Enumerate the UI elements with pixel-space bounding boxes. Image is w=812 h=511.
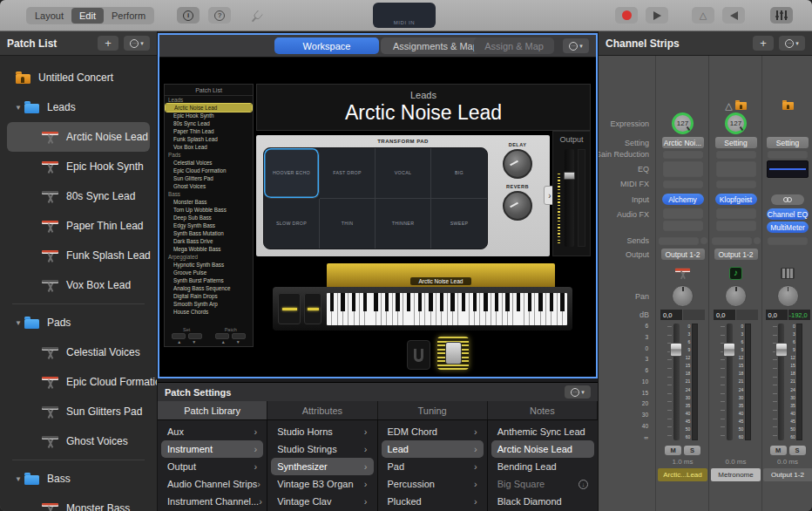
output-fader[interactable] [565, 149, 574, 247]
library-item[interactable]: Black Diamond [491, 493, 594, 510]
mini-item[interactable]: Hypnotic Synth Bass [165, 261, 253, 269]
library-item-selected[interactable]: Arctic Noise Lead [491, 440, 594, 458]
patch-row[interactable]: Funk Splash Lead [7, 241, 150, 270]
transform-pad-cell[interactable]: THINNER [376, 199, 431, 249]
mode-perform[interactable]: Perform [104, 8, 153, 24]
reverb-knob[interactable] [503, 191, 532, 221]
library-item[interactable]: Audio Channel Strips› [161, 475, 263, 493]
library-item-downloadable[interactable]: Big Square↓ [491, 475, 594, 493]
chevron-down-icon[interactable]: ▼ [12, 475, 24, 483]
transform-pad-cell[interactable]: FAST DROP [320, 148, 376, 199]
tab-tuning[interactable]: Tuning [378, 401, 488, 419]
mini-item-selected[interactable]: Arctic Noise Lead [166, 104, 252, 112]
mode-edit[interactable]: Edit [71, 8, 104, 24]
patch-row[interactable]: Monster Bass [7, 494, 150, 511]
midi-fx-slot[interactable] [716, 181, 756, 188]
transform-pad-cell[interactable]: SWEEP [431, 199, 487, 249]
channel-fader[interactable]: 03691215182124303540455060 [762, 324, 812, 440]
info-button[interactable]: i [177, 7, 200, 24]
output-routing-button[interactable]: Output 1-2 [661, 249, 705, 260]
up-arrow-icon[interactable]: ▲ [177, 340, 181, 344]
sustain-pedal[interactable] [407, 340, 430, 370]
mini-item[interactable]: Funk Splash Lead [165, 135, 253, 143]
library-item[interactable]: Vintage Clav› [271, 493, 373, 510]
fader-db-value[interactable]: 0,0 [660, 310, 682, 320]
expression-pedal-active[interactable] [437, 337, 469, 370]
setting-button[interactable]: Arctic Noi... [662, 137, 704, 148]
library-item[interactable]: Plucked› [382, 493, 484, 510]
download-icon[interactable]: ↓ [579, 480, 588, 489]
tuner-button[interactable] [247, 7, 269, 24]
patch-row[interactable]: Ghost Voices [7, 426, 150, 456]
send-slot[interactable] [659, 237, 699, 245]
patch-row[interactable]: 80s Sync Lead [7, 181, 150, 211]
audio-fx-plugin-button[interactable]: Channel EQ [767, 208, 809, 220]
send-slot[interactable] [768, 237, 808, 245]
mini-item[interactable]: 80s Sync Lead [165, 119, 253, 127]
channel-fader[interactable]: 03691215182124303540455060 [709, 324, 762, 440]
set-row-bass[interactable]: ▼Bass [7, 464, 150, 494]
assign-map-button[interactable]: Assign & Map [474, 37, 554, 54]
transform-pad-cell[interactable]: SLOW DROP [264, 199, 320, 249]
patch-row[interactable]: Epic Cloud Formation [7, 367, 150, 397]
library-item[interactable]: Studio Horns› [271, 423, 373, 440]
send-knob[interactable] [700, 237, 707, 244]
fader-track[interactable] [778, 324, 784, 440]
mini-item[interactable]: Epic Hook Synth [165, 112, 253, 119]
library-item-selected[interactable]: Instrument› [161, 440, 263, 458]
mini-item[interactable]: Celestial Voices [165, 159, 253, 167]
mini-item[interactable]: Torn Up Wobble Bass [165, 206, 253, 214]
patch-row[interactable]: Paper Thin Lead [7, 211, 150, 241]
mini-item[interactable]: Epic Cloud Formation [165, 167, 253, 174]
mini-item[interactable]: Deep Sub Bass [165, 214, 253, 221]
send-slot[interactable] [712, 237, 752, 245]
mini-item[interactable]: Synth Bass Mutation [165, 229, 253, 237]
instrument-plugin-button[interactable]: Alchemy [662, 194, 704, 205]
tab-patch-library[interactable]: Patch Library [158, 401, 267, 419]
patch-plus-button[interactable] [232, 333, 246, 339]
patch-settings-action-menu[interactable]: ...▾ [565, 385, 591, 399]
library-item[interactable]: Bending Lead [491, 458, 594, 475]
fader-cap[interactable] [670, 343, 682, 357]
expression-knob[interactable]: 127 [672, 112, 694, 134]
add-channel-strip-button[interactable]: + [753, 36, 774, 51]
library-item[interactable]: Anthemic Sync Lead [491, 423, 594, 440]
play-button[interactable] [646, 7, 668, 24]
pan-knob[interactable] [672, 285, 694, 307]
mod-wheel[interactable] [304, 293, 321, 324]
library-item[interactable]: Vintage B3 Organ› [271, 475, 373, 493]
chevron-down-icon[interactable]: ▼ [12, 104, 24, 112]
channel-nameplate[interactable]: Output 1-2 [763, 468, 812, 481]
delay-knob[interactable] [503, 149, 532, 179]
mini-item[interactable]: Ghost Voices [165, 182, 253, 190]
audio-fx-slot[interactable] [716, 208, 756, 219]
mini-item[interactable]: Digital Rain Drops [165, 292, 253, 300]
mini-item[interactable]: Smooth Synth Arp [165, 300, 253, 308]
eq-slot[interactable] [716, 161, 756, 177]
library-item[interactable]: Studio Strings› [271, 440, 373, 458]
instrument-plugin-button[interactable]: Klopfgeist [715, 194, 757, 205]
patch-minus-button[interactable] [215, 333, 229, 339]
audio-fx-slot[interactable] [716, 221, 756, 231]
setting-button[interactable]: Setting [715, 137, 757, 148]
library-item[interactable]: Output› [161, 458, 263, 475]
send-knob[interactable] [754, 237, 761, 244]
library-item-selected[interactable]: Synthesizer› [271, 458, 373, 475]
add-patch-button[interactable]: + [98, 36, 118, 51]
fader-cap[interactable] [723, 343, 735, 357]
mini-item[interactable]: Monster Bass [165, 198, 253, 206]
tab-workspace[interactable]: Workspace [274, 37, 379, 54]
channel-strips-action-menu[interactable]: ...▾ [779, 36, 805, 51]
output-routing-button[interactable]: Output 1-2 [714, 249, 758, 260]
library-item[interactable]: Pad› [382, 458, 484, 475]
library-item[interactable]: Instrument Channel...› [161, 493, 263, 510]
eq-thumbnail[interactable] [767, 160, 809, 178]
stereo-format-button[interactable] [771, 194, 804, 205]
expression-knob[interactable]: 127 [725, 112, 747, 134]
help-button[interactable]: ? [208, 7, 231, 24]
mini-item[interactable]: Analog Bass Sequence [165, 284, 253, 292]
mini-item[interactable]: Mega Wobble Bass [165, 245, 253, 253]
down-arrow-icon[interactable]: ▼ [236, 340, 240, 344]
set-row-leads[interactable]: ▼Leads [7, 92, 150, 122]
down-arrow-icon[interactable]: ▼ [192, 340, 196, 344]
